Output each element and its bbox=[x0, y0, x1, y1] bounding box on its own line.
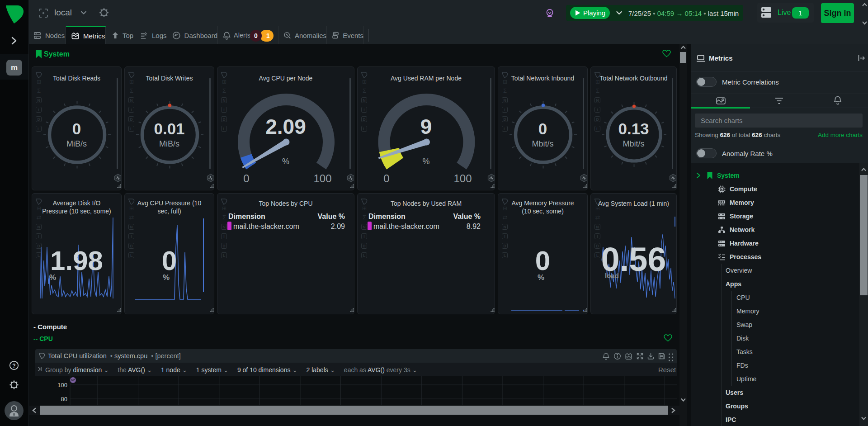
svg-text:?: ? bbox=[12, 363, 15, 369]
